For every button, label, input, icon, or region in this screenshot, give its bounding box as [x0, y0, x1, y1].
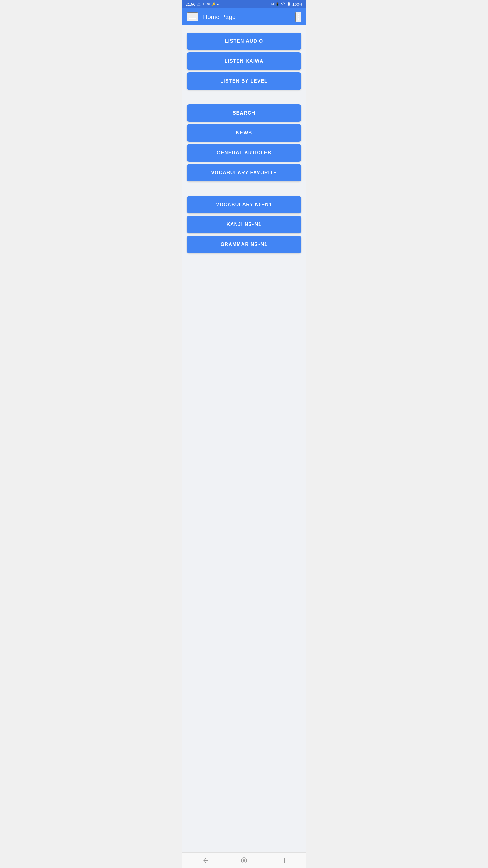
vocabulary-favorite-button[interactable]: VOCABULARY FAVORITE [187, 164, 301, 181]
listen-kaiwa-button[interactable]: LISTEN KAIWA [187, 53, 301, 70]
page-title: Home Page [203, 13, 295, 21]
dot-icon: • [218, 2, 219, 7]
nfc-icon: N [271, 2, 274, 6]
app-bar: Home Page [182, 8, 306, 25]
study-group: VOCABULARY N5~N1 KANJI N5~N1 GRAMMAR N5~… [187, 196, 301, 253]
more-options-icon[interactable] [295, 12, 301, 22]
svg-point-1 [243, 859, 245, 862]
status-right: N 📳 100% [271, 2, 302, 7]
listen-audio-button[interactable]: LISTEN AUDIO [187, 33, 301, 50]
listen-by-level-button[interactable]: LISTEN BY LEVEL [187, 72, 301, 90]
home-button[interactable] [238, 855, 250, 867]
mail-icon: ✉ [207, 2, 210, 6]
back-button[interactable] [200, 855, 212, 867]
grammar-n5-n1-button[interactable]: GRAMMAR N5~N1 [187, 236, 301, 253]
vocabulary-n5-n1-button[interactable]: VOCABULARY N5~N1 [187, 196, 301, 213]
download-icon: ⬇ [202, 2, 205, 6]
recents-button[interactable] [276, 855, 288, 867]
hamburger-menu-icon[interactable] [187, 12, 198, 22]
home-circle-icon [240, 857, 248, 864]
listen-group: LISTEN AUDIO LISTEN KAIWA LISTEN BY LEVE… [187, 33, 301, 90]
general-articles-button[interactable]: GENERAL ARTICLES [187, 144, 301, 161]
photo-icon: 🖼 [197, 2, 201, 6]
battery-icon [287, 2, 291, 7]
content-group: SEARCH NEWS GENERAL ARTICLES VOCABULARY … [187, 104, 301, 181]
kanji-n5-n1-button[interactable]: KANJI N5~N1 [187, 216, 301, 233]
status-left: 21:56 🖼 ⬇ ✉ 🔑 • [186, 2, 219, 7]
back-icon [202, 857, 209, 864]
recents-icon [279, 857, 286, 864]
status-bar: 21:56 🖼 ⬇ ✉ 🔑 • N 📳 100% [182, 0, 306, 8]
news-button[interactable]: NEWS [187, 124, 301, 142]
key-icon: 🔑 [212, 2, 216, 6]
battery-percent: 100% [293, 2, 302, 7]
svg-rect-2 [280, 858, 285, 863]
vibrate-icon: 📳 [275, 2, 280, 6]
bottom-navigation-bar [182, 852, 306, 868]
main-content: LISTEN AUDIO LISTEN KAIWA LISTEN BY LEVE… [182, 25, 306, 852]
status-time: 21:56 [186, 2, 195, 7]
search-button[interactable]: SEARCH [187, 104, 301, 122]
wifi-icon [281, 2, 285, 7]
